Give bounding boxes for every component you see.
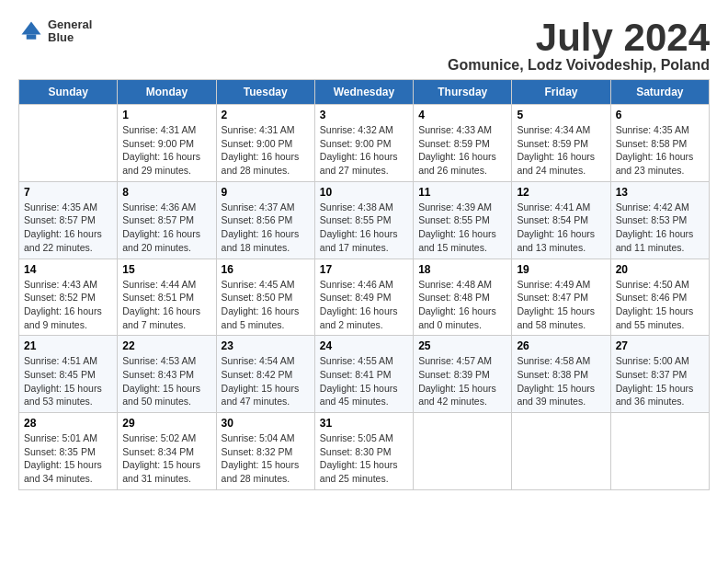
cell-content: Sunrise: 4:34 AMSunset: 8:59 PMDaylight:… (517, 123, 605, 178)
cell-content: Sunrise: 4:36 AMSunset: 8:57 PMDaylight:… (122, 201, 210, 255)
day-number: 27 (616, 339, 704, 352)
calendar-cell: 24Sunrise: 4:55 AMSunset: 8:41 PMDayligh… (314, 336, 413, 413)
day-number: 4 (418, 109, 506, 121)
cell-content: Sunrise: 4:44 AMSunset: 8:51 PMDaylight:… (122, 278, 210, 332)
cell-content: Sunrise: 4:39 AMSunset: 8:55 PMDaylight:… (418, 201, 506, 255)
day-number: 13 (616, 186, 704, 199)
day-number: 15 (122, 263, 210, 276)
day-number: 29 (122, 417, 210, 430)
weekday-header: Sunday (19, 80, 118, 105)
calendar-cell (610, 413, 709, 490)
day-number: 8 (122, 186, 210, 199)
svg-marker-0 (22, 22, 41, 35)
cell-content: Sunrise: 4:31 AMSunset: 9:00 PMDaylight:… (222, 123, 310, 178)
day-number: 5 (517, 109, 605, 121)
weekday-header: Tuesday (216, 80, 314, 105)
day-number: 1 (122, 109, 210, 121)
cell-content: Sunrise: 4:54 AMSunset: 8:42 PMDaylight:… (222, 354, 310, 408)
calendar-cell: 6Sunrise: 4:35 AMSunset: 8:58 PMDaylight… (610, 105, 709, 182)
calendar-week-row: 7Sunrise: 4:35 AMSunset: 8:57 PMDaylight… (19, 181, 710, 259)
day-number: 9 (222, 186, 310, 199)
day-number: 19 (517, 263, 605, 276)
calendar-cell: 12Sunrise: 4:41 AMSunset: 8:54 PMDayligh… (512, 181, 610, 259)
cell-content: Sunrise: 4:50 AMSunset: 8:46 PMDaylight:… (616, 278, 704, 332)
title-area: July 2024 Gomunice, Lodz Voivodeship, Po… (448, 18, 710, 74)
logo-line1: General (48, 18, 92, 31)
calendar-cell: 9Sunrise: 4:37 AMSunset: 8:56 PMDaylight… (216, 181, 314, 259)
calendar-cell (19, 105, 118, 182)
calendar-week-row: 14Sunrise: 4:43 AMSunset: 8:52 PMDayligh… (19, 259, 710, 336)
calendar-cell: 1Sunrise: 4:31 AMSunset: 9:00 PMDaylight… (118, 105, 216, 182)
day-number: 20 (616, 263, 704, 276)
day-number: 25 (418, 339, 506, 352)
calendar-cell: 15Sunrise: 4:44 AMSunset: 8:51 PMDayligh… (118, 259, 216, 336)
calendar-cell: 28Sunrise: 5:01 AMSunset: 8:35 PMDayligh… (19, 413, 118, 490)
day-number: 2 (222, 109, 310, 121)
calendar-cell: 29Sunrise: 5:02 AMSunset: 8:34 PMDayligh… (118, 413, 216, 490)
cell-content: Sunrise: 4:35 AMSunset: 8:57 PMDaylight:… (24, 201, 112, 255)
calendar-cell: 16Sunrise: 4:45 AMSunset: 8:50 PMDayligh… (216, 259, 314, 336)
cell-content: Sunrise: 4:35 AMSunset: 8:58 PMDaylight:… (616, 123, 704, 178)
calendar-cell: 22Sunrise: 4:53 AMSunset: 8:43 PMDayligh… (118, 336, 216, 413)
cell-content: Sunrise: 4:45 AMSunset: 8:50 PMDaylight:… (222, 278, 310, 332)
calendar-cell: 2Sunrise: 4:31 AMSunset: 9:00 PMDaylight… (216, 105, 314, 182)
cell-content: Sunrise: 4:32 AMSunset: 9:00 PMDaylight:… (320, 123, 408, 178)
logo-icon (18, 18, 44, 44)
calendar-cell: 11Sunrise: 4:39 AMSunset: 8:55 PMDayligh… (414, 181, 512, 259)
calendar-week-row: 21Sunrise: 4:51 AMSunset: 8:45 PMDayligh… (19, 336, 710, 413)
calendar-cell: 27Sunrise: 5:00 AMSunset: 8:37 PMDayligh… (610, 336, 709, 413)
main-title: July 2024 (448, 18, 710, 57)
calendar: SundayMondayTuesdayWednesdayThursdayFrid… (18, 79, 710, 490)
cell-content: Sunrise: 4:31 AMSunset: 9:00 PMDaylight:… (122, 123, 210, 178)
day-number: 6 (616, 109, 704, 121)
cell-content: Sunrise: 4:37 AMSunset: 8:56 PMDaylight:… (222, 201, 310, 255)
header: General Blue July 2024 Gomunice, Lodz Vo… (18, 18, 710, 74)
day-number: 31 (320, 417, 408, 430)
weekday-header: Monday (118, 80, 216, 105)
cell-content: Sunrise: 4:33 AMSunset: 8:59 PMDaylight:… (418, 123, 506, 178)
cell-content: Sunrise: 4:49 AMSunset: 8:47 PMDaylight:… (517, 278, 605, 332)
day-number: 11 (418, 186, 506, 199)
calendar-cell (414, 413, 512, 490)
svg-rect-1 (27, 35, 37, 40)
calendar-cell: 7Sunrise: 4:35 AMSunset: 8:57 PMDaylight… (19, 181, 118, 259)
calendar-week-row: 1Sunrise: 4:31 AMSunset: 9:00 PMDaylight… (19, 105, 710, 182)
weekday-header: Wednesday (314, 80, 413, 105)
day-number: 7 (24, 186, 112, 199)
day-number: 26 (517, 339, 605, 352)
calendar-cell (512, 413, 610, 490)
day-number: 3 (320, 109, 408, 121)
cell-content: Sunrise: 4:57 AMSunset: 8:39 PMDaylight:… (418, 354, 506, 408)
calendar-cell: 14Sunrise: 4:43 AMSunset: 8:52 PMDayligh… (19, 259, 118, 336)
cell-content: Sunrise: 5:00 AMSunset: 8:37 PMDaylight:… (616, 354, 704, 408)
logo-text: General Blue (48, 18, 92, 45)
weekday-header: Friday (512, 80, 610, 105)
calendar-cell: 23Sunrise: 4:54 AMSunset: 8:42 PMDayligh… (216, 336, 314, 413)
cell-content: Sunrise: 4:51 AMSunset: 8:45 PMDaylight:… (24, 354, 112, 408)
calendar-cell: 20Sunrise: 4:50 AMSunset: 8:46 PMDayligh… (610, 259, 709, 336)
calendar-cell: 17Sunrise: 4:46 AMSunset: 8:49 PMDayligh… (314, 259, 413, 336)
day-number: 17 (320, 263, 408, 276)
cell-content: Sunrise: 4:43 AMSunset: 8:52 PMDaylight:… (24, 278, 112, 332)
calendar-cell: 30Sunrise: 5:04 AMSunset: 8:32 PMDayligh… (216, 413, 314, 490)
calendar-cell: 18Sunrise: 4:48 AMSunset: 8:48 PMDayligh… (414, 259, 512, 336)
cell-content: Sunrise: 5:05 AMSunset: 8:30 PMDaylight:… (320, 431, 408, 486)
cell-content: Sunrise: 5:02 AMSunset: 8:34 PMDaylight:… (122, 431, 210, 486)
day-number: 18 (418, 263, 506, 276)
day-number: 12 (517, 186, 605, 199)
day-number: 21 (24, 339, 112, 352)
calendar-cell: 31Sunrise: 5:05 AMSunset: 8:30 PMDayligh… (314, 413, 413, 490)
cell-content: Sunrise: 4:41 AMSunset: 8:54 PMDaylight:… (517, 201, 605, 255)
weekday-header-row: SundayMondayTuesdayWednesdayThursdayFrid… (19, 80, 710, 105)
calendar-cell: 3Sunrise: 4:32 AMSunset: 9:00 PMDaylight… (314, 105, 413, 182)
calendar-cell: 26Sunrise: 4:58 AMSunset: 8:38 PMDayligh… (512, 336, 610, 413)
cell-content: Sunrise: 4:58 AMSunset: 8:38 PMDaylight:… (517, 354, 605, 408)
weekday-header: Saturday (610, 80, 709, 105)
logo: General Blue (18, 18, 92, 45)
logo-line2: Blue (48, 31, 92, 44)
calendar-cell: 19Sunrise: 4:49 AMSunset: 8:47 PMDayligh… (512, 259, 610, 336)
weekday-header: Thursday (414, 80, 512, 105)
day-number: 14 (24, 263, 112, 276)
day-number: 30 (222, 417, 310, 430)
cell-content: Sunrise: 4:46 AMSunset: 8:49 PMDaylight:… (320, 278, 408, 332)
